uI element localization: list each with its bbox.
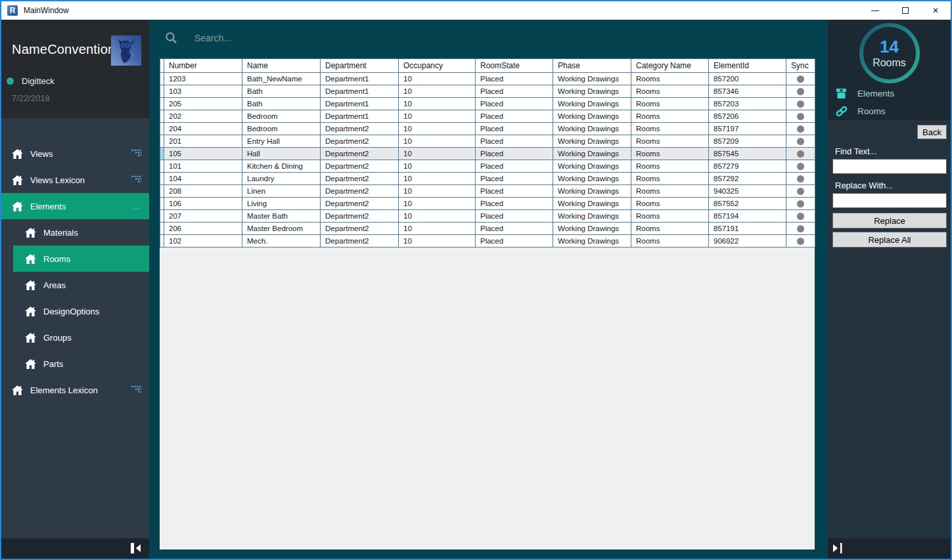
table-row[interactable]: 208LinenDepartment210PlacedWorking Drawi… (160, 185, 815, 198)
table-cell[interactable]: 105 (164, 148, 242, 160)
table-row[interactable]: 205BathDepartment110PlacedWorking Drawin… (160, 98, 815, 110)
table-cell[interactable]: Rooms (631, 73, 709, 85)
table-cell[interactable]: 10 (399, 85, 476, 98)
table-cell[interactable]: Placed (476, 123, 553, 135)
table-cell[interactable]: Placed (476, 198, 553, 210)
table-cell[interactable]: Placed (476, 235, 553, 248)
table-cell[interactable]: 106 (164, 198, 242, 210)
sidebar-item-materials[interactable]: Materials (1, 219, 149, 246)
table-cell[interactable]: 857191 (709, 223, 786, 235)
table-cell[interactable]: 204 (164, 123, 242, 135)
table-cell[interactable]: Rooms (631, 160, 709, 173)
table-cell[interactable]: Department2 (321, 148, 399, 160)
table-cell[interactable]: 857346 (709, 85, 786, 98)
column-header[interactable]: ElementId (709, 59, 786, 73)
table-cell[interactable]: Department2 (321, 223, 399, 235)
column-header[interactable]: Category Name (631, 59, 709, 73)
table-cell[interactable]: Rooms (631, 198, 709, 210)
table-cell[interactable]: 104 (164, 173, 242, 185)
table-cell[interactable]: Placed (476, 148, 553, 160)
table-cell[interactable]: Living (242, 198, 321, 210)
table-cell[interactable]: Working Drawings (553, 123, 631, 135)
table-cell[interactable]: Rooms (631, 210, 709, 223)
table-cell[interactable]: Bedroom (242, 123, 321, 135)
replace-button[interactable]: Replace (832, 213, 947, 228)
table-cell[interactable]: 10 (399, 223, 476, 235)
sync-cell[interactable] (786, 185, 815, 198)
find-text-input[interactable] (832, 159, 947, 174)
table-cell[interactable]: Rooms (631, 173, 709, 185)
table-cell[interactable]: 857209 (709, 135, 786, 148)
table-cell[interactable]: 857292 (709, 173, 786, 185)
table-cell[interactable]: Department2 (321, 210, 399, 223)
table-cell[interactable]: Placed (476, 110, 553, 123)
table-cell[interactable]: 10 (399, 123, 476, 135)
table-cell[interactable]: Working Drawings (553, 135, 631, 148)
table-cell[interactable]: Bedroom (242, 110, 321, 123)
sidebar-item-elements[interactable]: Elements... (1, 193, 149, 219)
expand-right-icon[interactable] (831, 543, 848, 553)
table-row[interactable]: 202BedroomDepartment110PlacedWorking Dra… (160, 110, 815, 123)
table-cell[interactable]: Rooms (631, 148, 709, 160)
table-cell[interactable]: Master Bath (242, 210, 321, 223)
table-cell[interactable]: Department1 (321, 73, 399, 85)
table-cell[interactable]: Rooms (631, 135, 709, 148)
table-cell[interactable]: Placed (476, 210, 553, 223)
table-cell[interactable]: Department1 (321, 110, 399, 123)
sync-cell[interactable] (786, 110, 815, 123)
column-header[interactable]: Sync (786, 59, 815, 73)
column-header[interactable]: Occupancy (399, 59, 476, 73)
column-header[interactable]: RoomState (476, 59, 553, 73)
table-cell[interactable]: Department2 (321, 185, 399, 198)
table-cell[interactable]: Department1 (321, 85, 399, 98)
table-cell[interactable]: 207 (164, 210, 242, 223)
search-input[interactable] (194, 33, 589, 43)
table-cell[interactable]: 103 (164, 85, 242, 98)
table-row[interactable]: 106LivingDepartment210PlacedWorking Draw… (160, 198, 815, 210)
back-button[interactable]: Back (917, 125, 947, 139)
column-header[interactable]: Number (164, 59, 242, 73)
table-cell[interactable]: Bath_NewName (242, 73, 321, 85)
table-cell[interactable]: Placed (476, 73, 553, 85)
table-cell[interactable]: 10 (399, 98, 476, 110)
table-cell[interactable]: 857197 (709, 123, 786, 135)
table-cell[interactable]: Working Drawings (553, 73, 631, 85)
table-row[interactable]: 102Mech.Department210PlacedWorking Drawi… (160, 235, 815, 248)
table-cell[interactable]: Department2 (321, 173, 399, 185)
right-panel-link-rooms[interactable]: Rooms (828, 102, 951, 120)
table-cell[interactable]: 857194 (709, 210, 786, 223)
sync-cell[interactable] (786, 85, 815, 98)
column-header[interactable]: Name (242, 59, 321, 73)
table-cell[interactable]: Laundry (242, 173, 321, 185)
table-cell[interactable]: 857203 (709, 98, 786, 110)
table-cell[interactable]: Working Drawings (553, 85, 631, 98)
table-cell[interactable]: 102 (164, 235, 242, 248)
table-cell[interactable]: 10 (399, 160, 476, 173)
table-cell[interactable]: Placed (476, 185, 553, 198)
table-cell[interactable]: 201 (164, 135, 242, 148)
table-cell[interactable]: Working Drawings (553, 148, 631, 160)
sync-cell[interactable] (786, 223, 815, 235)
table-cell[interactable]: Working Drawings (553, 173, 631, 185)
table-cell[interactable]: Placed (476, 223, 553, 235)
table-row[interactable]: 206Master BedroomDepartment210PlacedWork… (160, 223, 815, 235)
table-cell[interactable]: Placed (476, 160, 553, 173)
table-cell[interactable]: 906922 (709, 235, 786, 248)
table-cell[interactable]: 857279 (709, 160, 786, 173)
sidebar-item-designoptions[interactable]: DesignOptions (1, 298, 149, 324)
sidebar-item-views[interactable]: Views (1, 140, 149, 167)
sidebar-item-areas[interactable]: Areas (1, 272, 149, 298)
column-header[interactable]: Department (321, 59, 399, 73)
dots-grid-icon[interactable] (131, 149, 141, 159)
table-cell[interactable]: 10 (399, 185, 476, 198)
table-cell[interactable]: 206 (164, 223, 242, 235)
table-cell[interactable]: Department2 (321, 123, 399, 135)
dots-grid-icon[interactable] (131, 385, 141, 395)
table-cell[interactable]: 857206 (709, 110, 786, 123)
table-cell[interactable]: Rooms (631, 98, 709, 110)
table-cell[interactable]: Placed (476, 98, 553, 110)
table-cell[interactable]: Rooms (631, 185, 709, 198)
table-cell[interactable]: Working Drawings (553, 235, 631, 248)
table-cell[interactable]: Rooms (631, 123, 709, 135)
table-cell[interactable]: 202 (164, 110, 242, 123)
